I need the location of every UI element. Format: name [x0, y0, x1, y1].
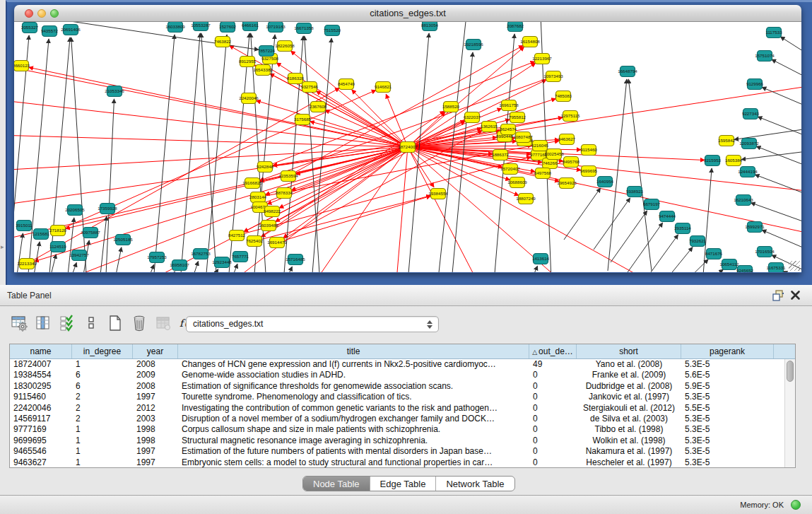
table-row[interactable]: 969969511998Structural magnetic resonanc…: [10, 436, 795, 446]
graph-node[interactable]: 18807249: [516, 194, 536, 204]
column-header-short[interactable]: short: [577, 344, 681, 358]
graph-node[interactable]: 2087682: [507, 22, 524, 32]
graph-node[interactable]: 20206505: [65, 205, 85, 216]
graph-node[interactable]: 12444194: [738, 167, 758, 177]
graph-node[interactable]: 9146821: [375, 82, 392, 93]
graph-node[interactable]: 1362615: [481, 122, 498, 132]
graph-node[interactable]: 3175685: [294, 115, 312, 125]
graph-node[interactable]: 10973493: [543, 71, 563, 82]
graph-node[interactable]: 8660123: [14, 61, 30, 71]
graph-node[interactable]: 12213967: [532, 54, 552, 64]
graph-node[interactable]: 16671358: [294, 23, 314, 34]
network-canvas[interactable]: 1872400718226058932750889129551654338281…: [14, 22, 801, 272]
table-row[interactable]: 946554611997Estimation of the future num…: [10, 446, 795, 457]
tab-network-table[interactable]: Network Table: [436, 477, 514, 491]
graph-node[interactable]: 1595842: [718, 136, 736, 146]
graph-node[interactable]: 1117533: [765, 28, 782, 38]
graph-node[interactable]: 1124519: [49, 242, 66, 252]
table-body[interactable]: 1872400712008Changes of HCN gene express…: [10, 359, 795, 468]
graph-node[interactable]: 16648794: [618, 66, 637, 77]
graph-node[interactable]: 12093872: [739, 139, 759, 149]
graph-node[interactable]: 9498222: [264, 206, 281, 217]
graph-node[interactable]: 6679197: [643, 199, 661, 210]
graph-node[interactable]: 7857224: [258, 46, 276, 57]
graph-node[interactable]: 7955812: [509, 112, 526, 123]
graph-node[interactable]: 6322037: [464, 112, 481, 123]
graph-node[interactable]: 2803144: [249, 192, 267, 203]
node-table[interactable]: namein_degreeyeartitle△out_de…shortpager…: [9, 344, 796, 468]
graph-node[interactable]: 1215681: [33, 229, 50, 240]
vertical-scrollbar[interactable]: [784, 359, 795, 467]
table-row[interactable]: 1830029562008Estimation of significance …: [10, 381, 795, 392]
graph-node[interactable]: 8912955: [239, 57, 257, 67]
graph-node[interactable]: 17016504: [755, 247, 775, 257]
graph-node[interactable]: 15720407: [500, 164, 520, 175]
graph-node[interactable]: 3215953: [704, 156, 722, 166]
graph-node[interactable]: 8471676: [705, 249, 723, 259]
graph-node[interactable]: 8454749: [338, 79, 355, 90]
close-icon[interactable]: [790, 290, 801, 300]
select-columns-icon[interactable]: [58, 314, 76, 332]
tab-edge-table[interactable]: Edge Table: [370, 477, 437, 491]
graph-node[interactable]: 19384554: [428, 189, 448, 199]
graph-node[interactable]: 2367608: [310, 102, 327, 112]
graph-node[interactable]: 16543382: [253, 65, 273, 76]
graph-node[interactable]: 9227343: [742, 109, 760, 119]
table-settings-icon[interactable]: [10, 314, 28, 332]
graph-node[interactable]: 8495768: [563, 157, 580, 168]
graph-node[interactable]: 16958107: [170, 260, 189, 271]
graph-node[interactable]: 12505185: [113, 235, 133, 245]
graph-node[interactable]: 7515520: [324, 25, 341, 36]
graph-node[interactable]: 1640954: [596, 177, 614, 187]
graph-node[interactable]: 1527602: [219, 22, 237, 33]
graph-node[interactable]: 7463822: [214, 37, 232, 47]
network-window[interactable]: citations_edges.txt 18724007182260589327…: [14, 5, 801, 273]
graph-node[interactable]: 16039489: [259, 221, 278, 231]
graph-node[interactable]: 9115460: [580, 145, 597, 156]
graph-node[interactable]: 16154808: [520, 37, 540, 47]
graph-node[interactable]: 16961758: [499, 100, 519, 111]
graph-node[interactable]: 1413614: [532, 254, 550, 264]
graph-node[interactable]: 10807487: [513, 132, 533, 143]
graph-node[interactable]: 15992971: [745, 222, 765, 233]
graph-node[interactable]: 2935114: [674, 223, 691, 234]
graph-node[interactable]: 6466161: [242, 22, 259, 31]
scrollbar-thumb[interactable]: [787, 361, 794, 382]
graph-node[interactable]: 17957253: [147, 252, 167, 263]
graph-node[interactable]: 12353594: [278, 171, 298, 182]
graph-node[interactable]: 9327546: [301, 82, 319, 93]
table-row[interactable]: 1456911722003Disruption of a novel membe…: [10, 414, 795, 424]
graph-node[interactable]: 7932621: [689, 236, 707, 247]
graph-node[interactable]: 16033809: [165, 22, 185, 33]
graph-node[interactable]: 22420046: [239, 93, 259, 104]
new-table-icon[interactable]: [106, 314, 124, 332]
graph-node[interactable]: 15751074: [755, 51, 775, 62]
graph-node[interactable]: 11675331: [766, 263, 786, 273]
graph-node[interactable]: 8878334: [276, 188, 293, 199]
graph-node[interactable]: 16210643: [734, 195, 753, 206]
delete-table-icon[interactable]: [130, 314, 148, 332]
import-table-icon[interactable]: [154, 314, 172, 332]
table-row[interactable]: 1938455462009Genome-wide association stu…: [10, 370, 795, 380]
graph-node[interactable]: 3915011: [16, 221, 33, 231]
graph-node[interactable]: 21053346: [105, 86, 124, 97]
graph-node[interactable]: 9245652: [736, 266, 754, 273]
table-row[interactable]: 1872400712008Changes of HCN gene express…: [10, 359, 795, 370]
splitter-collapse-arrow[interactable]: ▸: [1, 243, 4, 250]
graph-node[interactable]: 7625402: [246, 236, 264, 247]
graph-node[interactable]: 16914479: [267, 238, 287, 248]
column-header-title[interactable]: title: [178, 344, 529, 358]
graph-node[interactable]: 12975115: [560, 111, 580, 122]
tab-node-table[interactable]: Node Table: [303, 477, 370, 491]
table-row[interactable]: 946362711997Embryonic stem cells: a mode…: [10, 457, 795, 468]
graph-node[interactable]: 1886372: [492, 150, 510, 160]
table-selector-dropdown[interactable]: citations_edges.txt: [186, 316, 439, 332]
column-header-pagerank[interactable]: pagerank: [681, 344, 774, 358]
table-row[interactable]: 2242004622012Investigating the contribut…: [10, 403, 795, 414]
graph-node[interactable]: 10719183: [266, 22, 286, 33]
table-header-row[interactable]: namein_degreeyeartitle△out_de…shortpager…: [10, 344, 795, 359]
graph-node[interactable]: 8427512: [228, 230, 246, 241]
resize-grip[interactable]: [789, 261, 800, 271]
graph-node[interactable]: 1588520: [442, 102, 460, 112]
graph-node[interactable]: 19166825: [242, 178, 262, 189]
